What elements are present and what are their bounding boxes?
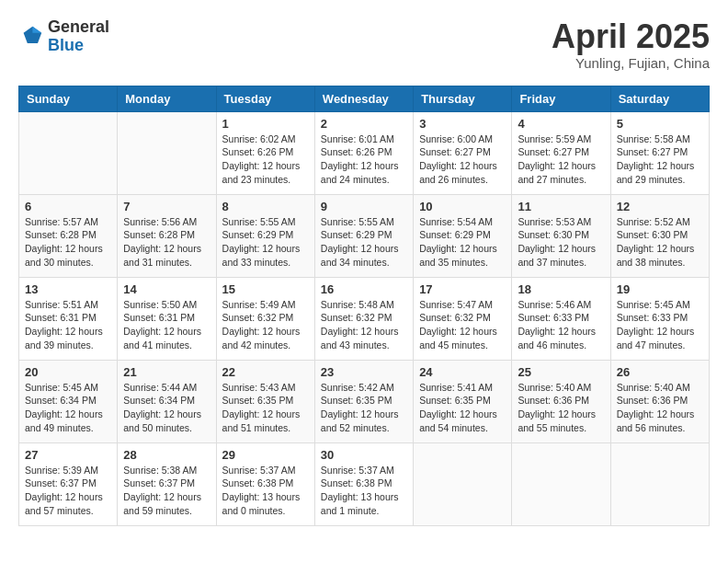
calendar-cell: 10Sunrise: 5:54 AMSunset: 6:29 PMDayligh… xyxy=(414,194,512,277)
day-number: 9 xyxy=(321,200,407,213)
calendar-cell: 15Sunrise: 5:49 AMSunset: 6:32 PMDayligh… xyxy=(216,277,314,360)
calendar-cell: 21Sunrise: 5:44 AMSunset: 6:34 PMDayligh… xyxy=(118,360,216,442)
calendar-cell: 17Sunrise: 5:47 AMSunset: 6:32 PMDayligh… xyxy=(414,277,512,360)
logo-blue: Blue xyxy=(48,36,84,54)
weekday-header-friday: Friday xyxy=(512,86,610,111)
svg-marker-1 xyxy=(32,27,41,33)
day-number: 27 xyxy=(25,448,111,462)
day-number: 10 xyxy=(419,200,506,213)
day-number: 24 xyxy=(419,365,506,379)
day-number: 30 xyxy=(321,448,407,462)
day-info: Sunrise: 5:37 AMSunset: 6:38 PMDaylight:… xyxy=(321,464,407,518)
day-info: Sunrise: 5:45 AMSunset: 6:34 PMDaylight:… xyxy=(25,381,111,435)
title-block: April 2025 Yunling, Fujian, China xyxy=(552,18,710,71)
day-number: 15 xyxy=(222,282,309,296)
page-header: General Blue April 2025 Yunling, Fujian,… xyxy=(18,18,710,71)
day-number: 26 xyxy=(617,365,703,379)
day-number: 28 xyxy=(123,448,210,462)
day-info: Sunrise: 5:38 AMSunset: 6:37 PMDaylight:… xyxy=(123,464,210,518)
calendar-cell: 4Sunrise: 5:59 AMSunset: 6:27 PMDaylight… xyxy=(512,111,610,194)
day-info: Sunrise: 5:59 AMSunset: 6:27 PMDaylight:… xyxy=(518,132,604,187)
calendar-cell: 30Sunrise: 5:37 AMSunset: 6:38 PMDayligh… xyxy=(314,442,413,525)
day-info: Sunrise: 5:39 AMSunset: 6:37 PMDaylight:… xyxy=(25,464,111,518)
day-number: 3 xyxy=(419,117,506,131)
day-info: Sunrise: 5:54 AMSunset: 6:29 PMDaylight:… xyxy=(419,215,506,270)
calendar-cell: 6Sunrise: 5:57 AMSunset: 6:28 PMDaylight… xyxy=(19,194,118,277)
general-blue-logo-icon xyxy=(18,24,44,50)
day-number: 14 xyxy=(123,282,210,296)
day-info: Sunrise: 5:45 AMSunset: 6:33 PMDaylight:… xyxy=(617,298,703,352)
calendar-cell: 29Sunrise: 5:37 AMSunset: 6:38 PMDayligh… xyxy=(216,442,314,525)
day-info: Sunrise: 5:58 AMSunset: 6:27 PMDaylight:… xyxy=(617,132,703,187)
day-info: Sunrise: 5:40 AMSunset: 6:36 PMDaylight:… xyxy=(518,381,604,435)
day-info: Sunrise: 5:48 AMSunset: 6:32 PMDaylight:… xyxy=(321,298,407,352)
day-number: 16 xyxy=(321,282,407,296)
calendar-cell xyxy=(414,442,512,525)
day-info: Sunrise: 5:37 AMSunset: 6:38 PMDaylight:… xyxy=(222,464,309,518)
day-info: Sunrise: 5:40 AMSunset: 6:36 PMDaylight:… xyxy=(617,381,703,435)
calendar-cell: 1Sunrise: 6:02 AMSunset: 6:26 PMDaylight… xyxy=(216,111,314,194)
calendar-table: SundayMondayTuesdayWednesdayThursdayFrid… xyxy=(18,86,710,526)
day-info: Sunrise: 5:57 AMSunset: 6:28 PMDaylight:… xyxy=(25,215,111,270)
calendar-cell xyxy=(610,442,709,525)
day-info: Sunrise: 6:02 AMSunset: 6:26 PMDaylight:… xyxy=(222,132,309,187)
calendar-cell xyxy=(512,442,610,525)
day-number: 12 xyxy=(617,200,703,213)
calendar-cell: 28Sunrise: 5:38 AMSunset: 6:37 PMDayligh… xyxy=(118,442,216,525)
day-info: Sunrise: 5:55 AMSunset: 6:29 PMDaylight:… xyxy=(321,215,407,270)
calendar-cell: 7Sunrise: 5:56 AMSunset: 6:28 PMDaylight… xyxy=(118,194,216,277)
day-number: 21 xyxy=(123,365,210,379)
logo-general: General xyxy=(48,17,109,36)
day-number: 25 xyxy=(518,365,604,379)
day-number: 5 xyxy=(617,117,703,131)
day-number: 4 xyxy=(518,117,604,131)
logo-text: General Blue xyxy=(48,18,109,55)
weekday-header-thursday: Thursday xyxy=(414,86,512,111)
weekday-header-monday: Monday xyxy=(118,86,216,111)
day-number: 19 xyxy=(617,282,703,296)
week-row-5: 27Sunrise: 5:39 AMSunset: 6:37 PMDayligh… xyxy=(19,442,710,525)
calendar-cell: 19Sunrise: 5:45 AMSunset: 6:33 PMDayligh… xyxy=(610,277,709,360)
calendar-cell: 2Sunrise: 6:01 AMSunset: 6:26 PMDaylight… xyxy=(314,111,413,194)
day-info: Sunrise: 5:51 AMSunset: 6:31 PMDaylight:… xyxy=(25,298,111,352)
day-number: 6 xyxy=(25,200,111,213)
calendar-cell: 16Sunrise: 5:48 AMSunset: 6:32 PMDayligh… xyxy=(314,277,413,360)
week-row-2: 6Sunrise: 5:57 AMSunset: 6:28 PMDaylight… xyxy=(19,194,710,277)
weekday-header-tuesday: Tuesday xyxy=(216,86,314,111)
day-info: Sunrise: 5:52 AMSunset: 6:30 PMDaylight:… xyxy=(617,215,703,270)
week-row-3: 13Sunrise: 5:51 AMSunset: 6:31 PMDayligh… xyxy=(19,277,710,360)
calendar-cell: 18Sunrise: 5:46 AMSunset: 6:33 PMDayligh… xyxy=(512,277,610,360)
weekday-header-sunday: Sunday xyxy=(19,86,118,111)
day-info: Sunrise: 5:42 AMSunset: 6:35 PMDaylight:… xyxy=(321,381,407,435)
calendar-cell: 22Sunrise: 5:43 AMSunset: 6:35 PMDayligh… xyxy=(216,360,314,442)
calendar-cell: 26Sunrise: 5:40 AMSunset: 6:36 PMDayligh… xyxy=(610,360,709,442)
calendar-cell: 11Sunrise: 5:53 AMSunset: 6:30 PMDayligh… xyxy=(512,194,610,277)
day-number: 17 xyxy=(419,282,506,296)
week-row-4: 20Sunrise: 5:45 AMSunset: 6:34 PMDayligh… xyxy=(19,360,710,442)
day-info: Sunrise: 5:41 AMSunset: 6:35 PMDaylight:… xyxy=(419,381,506,435)
day-number: 20 xyxy=(25,365,111,379)
day-number: 7 xyxy=(123,200,210,213)
weekday-header-row: SundayMondayTuesdayWednesdayThursdayFrid… xyxy=(19,86,710,111)
day-info: Sunrise: 6:01 AMSunset: 6:26 PMDaylight:… xyxy=(321,132,407,187)
calendar-cell xyxy=(118,111,216,194)
day-number: 18 xyxy=(518,282,604,296)
day-info: Sunrise: 5:55 AMSunset: 6:29 PMDaylight:… xyxy=(222,215,309,270)
month-title: April 2025 xyxy=(552,18,710,55)
logo: General Blue xyxy=(18,18,109,55)
calendar-cell: 23Sunrise: 5:42 AMSunset: 6:35 PMDayligh… xyxy=(314,360,413,442)
day-number: 29 xyxy=(222,448,309,462)
calendar-cell: 12Sunrise: 5:52 AMSunset: 6:30 PMDayligh… xyxy=(610,194,709,277)
calendar-cell: 9Sunrise: 5:55 AMSunset: 6:29 PMDaylight… xyxy=(314,194,413,277)
calendar-cell: 13Sunrise: 5:51 AMSunset: 6:31 PMDayligh… xyxy=(19,277,118,360)
calendar-cell: 14Sunrise: 5:50 AMSunset: 6:31 PMDayligh… xyxy=(118,277,216,360)
calendar-cell: 8Sunrise: 5:55 AMSunset: 6:29 PMDaylight… xyxy=(216,194,314,277)
day-info: Sunrise: 5:49 AMSunset: 6:32 PMDaylight:… xyxy=(222,298,309,352)
day-number: 13 xyxy=(25,282,111,296)
day-number: 23 xyxy=(321,365,407,379)
day-number: 8 xyxy=(222,200,309,213)
day-info: Sunrise: 5:43 AMSunset: 6:35 PMDaylight:… xyxy=(222,381,309,435)
day-number: 22 xyxy=(222,365,309,379)
day-info: Sunrise: 5:47 AMSunset: 6:32 PMDaylight:… xyxy=(419,298,506,352)
calendar-cell: 20Sunrise: 5:45 AMSunset: 6:34 PMDayligh… xyxy=(19,360,118,442)
